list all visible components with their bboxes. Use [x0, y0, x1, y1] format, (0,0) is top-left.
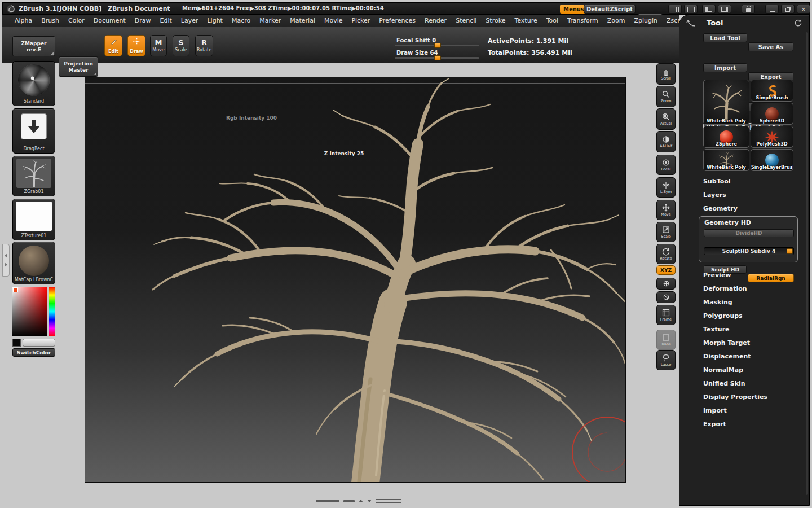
h-scroll-indicator[interactable]: [316, 499, 401, 503]
tool-panel-scrollbar[interactable]: [806, 32, 808, 495]
menu-item[interactable]: Marker: [259, 17, 281, 24]
switch-color-button[interactable]: SwitchColor: [12, 348, 55, 357]
move-view-button[interactable]: Move: [656, 200, 676, 220]
rotate-view-button[interactable]: Rotate: [656, 244, 676, 264]
refresh-icon[interactable]: [794, 19, 802, 29]
geometry-hd-title[interactable]: Geometry HD: [704, 219, 751, 226]
lasso-button[interactable]: Lasso: [656, 350, 676, 370]
restore-button[interactable]: [781, 5, 795, 14]
menu-item[interactable]: Layer: [181, 17, 198, 24]
layout-split-icon[interactable]: [718, 5, 731, 14]
focal-shift-handle[interactable]: [434, 43, 441, 48]
document-canvas[interactable]: [85, 77, 626, 483]
draw-button[interactable]: Draw: [127, 35, 145, 56]
scroll-view-button[interactable]: Scroll: [656, 63, 676, 85]
secondary-color-swatch[interactable]: [12, 339, 21, 347]
menu-item[interactable]: Brush: [41, 17, 59, 24]
menu-item[interactable]: Draw: [135, 17, 151, 24]
menu-item[interactable]: Preferences: [379, 17, 416, 24]
tool-section[interactable]: Layers: [703, 188, 793, 202]
draw-size-handle[interactable]: [434, 55, 441, 60]
xyz-axis-button[interactable]: XYZ: [656, 265, 676, 275]
pick-arrow-icon[interactable]: [686, 19, 696, 30]
color-picker[interactable]: [12, 287, 55, 336]
menu-item[interactable]: Macro: [232, 17, 250, 24]
fader-right-icon[interactable]: [684, 5, 698, 14]
menu-item[interactable]: Color: [68, 17, 85, 24]
tool-section[interactable]: Preview: [703, 268, 799, 282]
transparency-button[interactable]: Trans: [656, 330, 676, 350]
menu-item[interactable]: Texture: [514, 17, 537, 24]
current-tool-thumbnail[interactable]: WhiteBark Poly: [703, 80, 749, 125]
tool-section[interactable]: Morph Target: [703, 336, 799, 349]
simplebrush-tool[interactable]: SimpleBrush: [751, 80, 793, 102]
menu-item[interactable]: Stroke: [486, 17, 505, 24]
tool-section[interactable]: Masking: [703, 295, 799, 309]
polymesh3d-tool[interactable]: PolyMesh3D: [751, 126, 793, 148]
menu-item[interactable]: Transform: [567, 17, 598, 24]
tool-section[interactable]: NormalMap: [703, 363, 799, 376]
menu-item[interactable]: Material: [290, 17, 315, 24]
edit-button[interactable]: Edit: [104, 35, 122, 56]
tool-section[interactable]: Deformation: [703, 282, 799, 295]
saturation-square[interactable]: [12, 287, 47, 336]
stroke-selector[interactable]: DragRect: [12, 108, 55, 154]
zoom-view-button[interactable]: Zoom: [656, 86, 676, 107]
alpha-selector[interactable]: ZGrab01: [12, 156, 55, 196]
menu-item[interactable]: Stencil: [456, 17, 476, 24]
projection-master-button[interactable]: ProjectionMaster: [59, 56, 98, 77]
tool-section[interactable]: Texture: [703, 322, 799, 336]
pivot-set-button[interactable]: [656, 278, 676, 290]
menu-item[interactable]: Tool: [546, 17, 558, 24]
local-pivot-button[interactable]: Local: [656, 155, 676, 175]
tool-section[interactable]: Export: [703, 417, 799, 431]
move-button[interactable]: M Move: [150, 35, 167, 56]
load-tool-button[interactable]: Load Tool: [703, 33, 747, 42]
scroll-up-icon[interactable]: [359, 500, 363, 502]
scroll-down-icon[interactable]: [367, 500, 372, 502]
layout-panels-icon[interactable]: [702, 5, 716, 14]
divide-hd-button[interactable]: DivideHD: [704, 229, 794, 237]
lock-icon[interactable]: [742, 5, 755, 14]
tool-section[interactable]: SubTool: [703, 174, 793, 188]
menu-item[interactable]: Alpha: [15, 17, 32, 24]
tool-section[interactable]: Import: [703, 404, 799, 417]
pivot-clear-button[interactable]: [656, 291, 676, 303]
frame-button[interactable]: Frame: [656, 305, 676, 325]
menu-item[interactable]: Zoom: [607, 17, 625, 24]
menu-item[interactable]: Render: [425, 17, 447, 24]
menu-item[interactable]: Movie: [324, 17, 343, 24]
import-tool-button[interactable]: Import: [703, 63, 747, 72]
sphere3d-tool[interactable]: Sphere3D: [751, 103, 793, 125]
fader-left-icon[interactable]: [668, 5, 682, 14]
actual-size-button[interactable]: Actual: [656, 108, 676, 130]
tool-section[interactable]: Display Properties: [703, 390, 799, 404]
tool-section[interactable]: Geometry: [703, 202, 793, 215]
whitebark-poly-tool[interactable]: WhiteBark Poly: [703, 149, 749, 171]
zsphere-tool[interactable]: ZSphere: [703, 126, 749, 148]
menu-item[interactable]: Light: [207, 17, 222, 24]
panel-resize-handle[interactable]: [2, 244, 10, 277]
menu-item[interactable]: Picker: [352, 17, 370, 24]
tool-section[interactable]: Polygroups: [703, 309, 799, 322]
local-symmetry-button[interactable]: L.Sym: [656, 177, 676, 198]
singlelayerbrush-tool[interactable]: SingleLayerBrush: [751, 149, 793, 171]
menu-item[interactable]: Zplugin: [634, 17, 658, 24]
texture-selector[interactable]: ZTexture01: [12, 199, 55, 240]
aa-half-button[interactable]: AAHalf: [656, 131, 676, 152]
zmapper-button[interactable]: ZMapperrev-E: [12, 36, 55, 56]
menu-item[interactable]: Edit: [160, 17, 172, 24]
menu-item[interactable]: Document: [94, 17, 126, 24]
scale-button[interactable]: S Scale: [173, 35, 189, 56]
brush-selector[interactable]: Standard: [12, 61, 55, 106]
rotate-button[interactable]: R Rotate: [195, 35, 213, 56]
minimize-button[interactable]: [765, 5, 779, 14]
hue-strip[interactable]: [49, 287, 55, 336]
material-selector[interactable]: MatCap LBrownC: [12, 242, 55, 284]
close-button[interactable]: ×: [797, 5, 810, 14]
save-as-button[interactable]: Save As: [748, 42, 793, 51]
alt-color-swatch[interactable]: [23, 339, 55, 347]
sculpthd-subdiv-slider[interactable]: SculptHD Subdiv 4: [704, 247, 794, 255]
tool-section[interactable]: Displacement: [703, 349, 799, 363]
default-zscript-button[interactable]: DefaultZScript: [584, 5, 636, 14]
